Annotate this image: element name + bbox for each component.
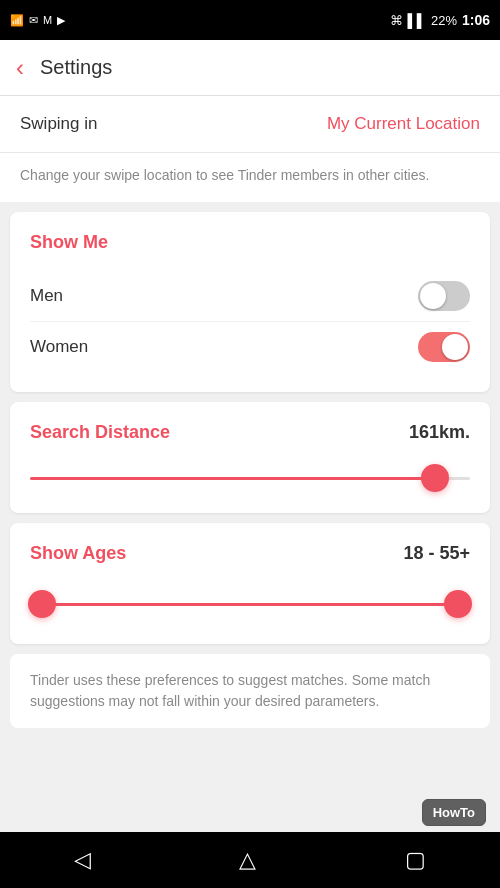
men-toggle-thumb — [420, 283, 446, 309]
status-bar: 📶 ✉ M ▶ ⌘ ▌▌ 22% 1:06 — [0, 0, 500, 40]
women-toggle[interactable] — [418, 332, 470, 362]
gmail-icon: M — [43, 14, 52, 26]
location-description: Change your swipe location to see Tinder… — [0, 153, 500, 202]
show-me-card: Show Me Men Women — [10, 212, 490, 392]
search-distance-card: Search Distance 161km. — [10, 402, 490, 513]
men-label: Men — [30, 286, 63, 306]
header: ‹ Settings — [0, 40, 500, 96]
show-ages-title: Show Ages — [30, 543, 126, 564]
men-toggle[interactable] — [418, 281, 470, 311]
status-left-icons: 📶 ✉ M ▶ — [10, 14, 65, 27]
search-distance-slider-container — [30, 463, 470, 493]
age-thumb-right[interactable] — [444, 590, 472, 618]
back-button[interactable]: ‹ — [16, 54, 24, 82]
youtube-icon: ▶ — [57, 14, 65, 27]
swiping-in-label: Swiping in — [20, 114, 98, 134]
search-distance-header: Search Distance 161km. — [30, 422, 470, 443]
swiping-in-value: My Current Location — [327, 114, 480, 134]
nav-home-icon[interactable]: △ — [239, 847, 256, 873]
status-time: 1:06 — [462, 12, 490, 28]
women-toggle-thumb — [442, 334, 468, 360]
wifi-icon: ⌘ — [390, 13, 403, 28]
age-track — [30, 603, 470, 606]
men-toggle-row: Men — [30, 271, 470, 322]
show-ages-card: Show Ages 18 - 55+ — [10, 523, 490, 644]
settings-content: Swiping in My Current Location Change yo… — [0, 96, 500, 832]
footer-note: Tinder uses these preferences to suggest… — [10, 654, 490, 728]
swiping-in-row[interactable]: Swiping in My Current Location — [0, 96, 500, 153]
page-title: Settings — [40, 56, 112, 79]
search-distance-slider[interactable] — [30, 477, 470, 480]
howto-badge: HowTo — [422, 799, 486, 826]
nav-screen-icon[interactable]: ▢ — [405, 847, 426, 873]
signal-icon: ▌▌ — [408, 13, 426, 28]
bottom-nav: ◁ △ ▢ — [0, 832, 500, 888]
women-label: Women — [30, 337, 88, 357]
show-me-title: Show Me — [30, 232, 470, 253]
nav-back-icon[interactable]: ◁ — [74, 847, 91, 873]
search-distance-value: 161km. — [409, 422, 470, 443]
show-ages-slider-container — [30, 584, 470, 624]
search-distance-title: Search Distance — [30, 422, 170, 443]
age-thumb-left[interactable] — [28, 590, 56, 618]
show-ages-header: Show Ages 18 - 55+ — [30, 543, 470, 564]
message-icon: ✉ — [29, 14, 38, 27]
status-right-icons: ⌘ ▌▌ 22% 1:06 — [390, 12, 490, 28]
show-ages-value: 18 - 55+ — [403, 543, 470, 564]
sim-icon: 📶 — [10, 14, 24, 27]
women-toggle-row: Women — [30, 322, 470, 372]
battery-label: 22% — [431, 13, 457, 28]
